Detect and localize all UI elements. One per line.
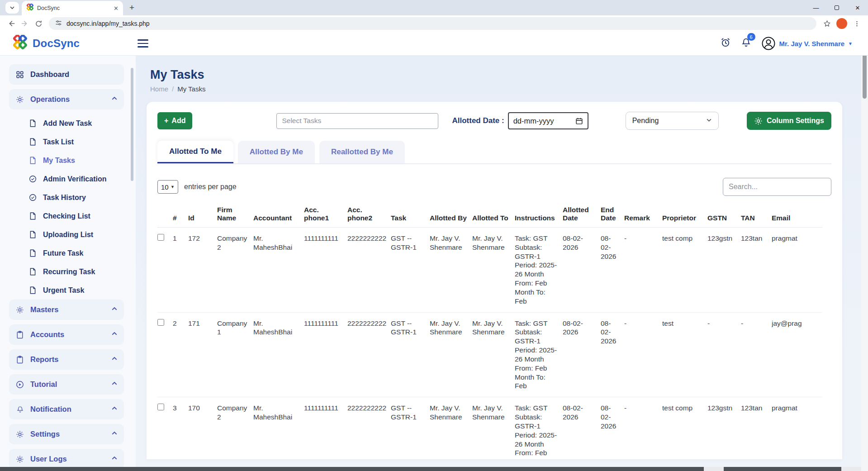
- file-icon: [28, 231, 37, 238]
- table-cell: 08-02-2026: [601, 228, 624, 313]
- sidebar-toggle-hamburger-icon[interactable]: [138, 39, 148, 48]
- menu-kebab-icon[interactable]: [850, 17, 863, 30]
- sidebar-item-reports[interactable]: Reports: [9, 349, 124, 370]
- window-minimize-button[interactable]: —: [806, 0, 826, 15]
- tab-search-button[interactable]: [5, 2, 19, 14]
- sidebar-item-label: Checking List: [43, 212, 90, 220]
- tab-allotted-by-me[interactable]: Allotted By Me: [238, 141, 315, 163]
- table-cell: 2222222222: [347, 312, 391, 397]
- sidebar-item-uploading-list[interactable]: Uploading List: [22, 225, 124, 244]
- table-cell: Company 2: [217, 228, 253, 313]
- column-header-firm-name: Firm Name: [217, 206, 253, 228]
- site-settings-icon[interactable]: [55, 19, 62, 28]
- sidebar-item-label: Admin Verification: [43, 175, 106, 183]
- chevron-up-icon: [111, 380, 118, 389]
- bookmark-star-icon[interactable]: [820, 17, 834, 30]
- tab-allotted-to-me[interactable]: Allotted To Me: [157, 141, 233, 163]
- sidebar-item-settings[interactable]: Settings: [9, 424, 124, 444]
- column-header-allotted-to: Allotted To: [472, 206, 515, 228]
- breadcrumb-home-link[interactable]: Home: [150, 85, 168, 93]
- refresh-icon[interactable]: [32, 17, 45, 30]
- column-header-accountant: Accountant: [253, 206, 304, 228]
- window-maximize-button[interactable]: [826, 0, 847, 15]
- add-button[interactable]: + Add: [157, 112, 192, 129]
- entries-per-page-select[interactable]: 10 ▼: [157, 180, 178, 194]
- table-cell: Mr. MaheshBhai: [253, 312, 304, 397]
- select-tasks-input[interactable]: [276, 113, 438, 129]
- screen: DocSync ✕ + — ✕ docsync.in/app/my_tasks.…: [0, 0, 868, 471]
- table-cell: jay@prag: [772, 312, 822, 397]
- table-row: 2171Company 1Mr. MaheshBhai1111111111222…: [157, 312, 822, 397]
- sidebar-item-label: Tutorial: [30, 380, 57, 389]
- sidebar-item-urgent-task[interactable]: Urgent Task: [22, 281, 124, 300]
- sidebar-scrollbar[interactable]: [131, 68, 133, 181]
- browser-profile-avatar[interactable]: [836, 18, 847, 29]
- back-icon[interactable]: [5, 17, 18, 30]
- sidebar-item-task-history[interactable]: Task History: [22, 188, 124, 207]
- sidebar-item-user-logs[interactable]: User Logs: [9, 449, 124, 469]
- table-cell: Mr. Jay V. Shenmare: [472, 397, 515, 459]
- check-circle-icon: [28, 194, 37, 201]
- url-bar[interactable]: docsync.in/app/my_tasks.php: [49, 17, 816, 30]
- docsync-logo-icon: [12, 35, 28, 52]
- column-settings-button[interactable]: Column Settings: [747, 112, 831, 130]
- table-cell: -: [624, 312, 662, 397]
- table-cell: 1: [173, 228, 188, 313]
- sidebar-item-accounts[interactable]: Accounts: [9, 324, 124, 345]
- sidebar-item-label: Dashboard: [30, 70, 69, 79]
- row-checkbox[interactable]: [157, 404, 164, 410]
- tab-reallotted-by-me[interactable]: Reallotted By Me: [319, 141, 405, 163]
- sidebar-item-notification[interactable]: Notification: [9, 399, 124, 419]
- sidebar-item-my-tasks[interactable]: My Tasks: [22, 151, 124, 170]
- avatar-icon: [761, 36, 776, 51]
- sidebar-item-tutorial[interactable]: Tutorial: [9, 374, 124, 395]
- sidebar-item-recurring-task[interactable]: Recurring Task: [22, 262, 124, 281]
- table-cell: 1111111111: [304, 312, 347, 397]
- sidebar-item-dashboard[interactable]: Dashboard: [9, 64, 124, 85]
- horizontal-scrollbar-thumb[interactable]: [724, 467, 841, 471]
- sidebar-item-operations[interactable]: Operations: [9, 89, 124, 109]
- table-cell: Mr. MaheshBhai: [253, 397, 304, 459]
- main-content: My Tasks Home / My Tasks + Add Allotted …: [136, 55, 868, 471]
- sidebar-item-label: Recurring Task: [43, 268, 95, 276]
- table-cell: -: [624, 228, 662, 313]
- sidebar-item-admin-verification[interactable]: Admin Verification: [22, 170, 124, 188]
- row-checkbox[interactable]: [157, 319, 164, 326]
- allotted-date-input[interactable]: dd-mm-yyyy: [508, 112, 588, 129]
- browser-toolbar: docsync.in/app/my_tasks.php: [0, 15, 868, 32]
- table-cell: Mr. Jay V. Shenmare: [430, 397, 472, 459]
- tasks-table: #IdFirm NameAccountantAcc. phone1Acc. ph…: [157, 206, 822, 459]
- sidebar-item-task-list[interactable]: Task List: [22, 133, 124, 151]
- row-checkbox[interactable]: [157, 234, 164, 241]
- gear-icon: [15, 95, 24, 104]
- sidebar-item-checking-list[interactable]: Checking List: [22, 207, 124, 225]
- gear-icon: [15, 430, 24, 438]
- browser-tab[interactable]: DocSync ✕: [22, 1, 123, 15]
- alarm-clock-icon[interactable]: [720, 37, 731, 50]
- table-cell: Task: GST Subtask: GSTR-1 Period: 2025-2…: [515, 312, 563, 397]
- entries-per-page-label: entries per page: [184, 183, 237, 191]
- column-header-email: Email: [772, 206, 822, 228]
- horizontal-scrollbar[interactable]: [0, 467, 861, 471]
- sidebar-item-add-new-task[interactable]: Add New Task: [22, 114, 124, 133]
- new-tab-button[interactable]: +: [129, 3, 134, 13]
- tab-close-icon[interactable]: ✕: [114, 5, 119, 12]
- window-close-button[interactable]: ✕: [847, 0, 868, 15]
- sidebar-item-future-task[interactable]: Future Task: [22, 244, 124, 262]
- sidebar-item-label: Operations: [30, 95, 70, 104]
- brand[interactable]: DocSync: [0, 35, 122, 52]
- status-select[interactable]: Pending: [626, 112, 719, 130]
- table-cell: pragmat: [772, 397, 822, 459]
- sidebar-item-masters[interactable]: Masters: [9, 300, 124, 320]
- forward-icon[interactable]: [18, 17, 32, 30]
- horizontal-scrollbar-thumb[interactable]: [0, 467, 704, 471]
- column-header-acc-phone2: Acc. phone2: [347, 206, 391, 228]
- search-input[interactable]: [723, 178, 831, 196]
- sidebar-item-label: Accounts: [30, 330, 64, 339]
- sidebar-item-label: User Logs: [30, 455, 67, 463]
- notifications-bell[interactable]: 6: [741, 37, 751, 50]
- vertical-scrollbar[interactable]: ▲: [861, 32, 868, 471]
- table-cell: 123gstn: [707, 228, 741, 313]
- user-menu[interactable]: Mr. Jay V. Shenmare ▼: [761, 36, 853, 51]
- notification-count-badge: 6: [747, 33, 755, 41]
